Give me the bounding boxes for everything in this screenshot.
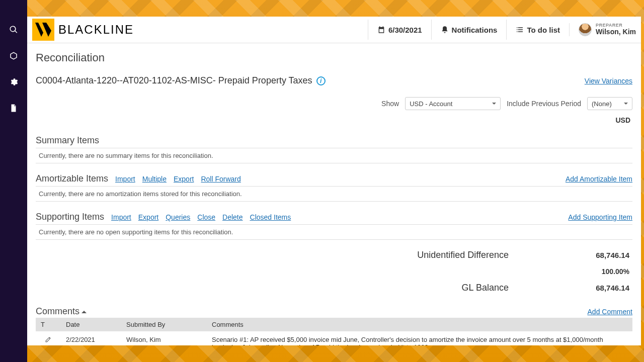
summary-empty: Currently, there are no summary items fo… <box>36 148 632 163</box>
supporting-heading: Supporting Items <box>36 212 104 222</box>
bell-icon <box>441 26 449 34</box>
currency-label: USD <box>36 116 632 124</box>
view-variances-link[interactable]: View Variances <box>585 77 632 85</box>
amortizable-heading: Amortizable Items <box>36 173 108 184</box>
account-name: C0004-Atlanta-1220--AT020-1102-AS-MISC- … <box>36 75 312 86</box>
supp-delete-link[interactable]: Delete <box>222 213 243 221</box>
info-icon[interactable]: i <box>316 76 326 85</box>
col-by: Submitted By <box>121 318 207 331</box>
comment-text: Scenario #1: AP received $5,000 invoice … <box>207 331 632 345</box>
todo-label: To do list <box>527 26 560 34</box>
supporting-empty: Currently, there are no open supporting … <box>36 224 632 240</box>
period-date-text: 6/30/2021 <box>388 26 422 34</box>
amort-export-link[interactable]: Export <box>174 175 194 183</box>
notifications-label: Notifications <box>452 26 498 34</box>
gl-balance-value: 68,746.14 <box>589 284 629 292</box>
main-panel: BLACKLINE 6/30/2021 Notifications To do … <box>27 17 641 345</box>
edit-icon[interactable] <box>45 336 52 343</box>
comments-table: T Date Submitted By Comments 2/22/2021 W… <box>36 318 632 345</box>
left-nav <box>0 0 27 362</box>
account-title: C0004-Atlanta-1220--AT020-1102-AS-MISC- … <box>36 75 326 86</box>
cube-icon[interactable] <box>9 51 18 60</box>
unid-diff-pct: 100.00% <box>36 267 629 276</box>
user-name: Wilson, Kim <box>596 28 636 36</box>
avatar <box>579 23 592 36</box>
col-t: T <box>36 318 61 331</box>
summary-heading: Summary Items <box>36 135 99 146</box>
calendar-icon <box>377 26 385 34</box>
supp-export-link[interactable]: Export <box>138 213 158 221</box>
comment-date: 2/22/2021 <box>61 331 121 345</box>
supp-close-link[interactable]: Close <box>197 213 215 221</box>
include-prev-label: Include Previous Period <box>507 100 581 108</box>
comment-by: Wilson, Kim <box>121 331 207 345</box>
supp-import-link[interactable]: Import <box>111 213 131 221</box>
notifications-button[interactable]: Notifications <box>431 20 507 40</box>
unid-diff-value: 68,746.14 <box>589 251 629 259</box>
unid-diff-label: Unidentified Difference <box>417 250 509 260</box>
gear-icon[interactable] <box>9 77 18 86</box>
show-select[interactable]: USD - Account <box>405 97 501 110</box>
comments-heading[interactable]: Comments <box>36 306 87 317</box>
chevron-up-icon <box>82 308 87 313</box>
page-title: Reconciliation <box>36 51 632 64</box>
user-menu[interactable]: PREPARER Wilson, Kim <box>569 23 636 36</box>
todo-button[interactable]: To do list <box>506 20 569 40</box>
include-prev-select[interactable]: (None) <box>587 97 632 110</box>
document-icon[interactable] <box>9 104 18 113</box>
show-label: Show <box>381 100 399 108</box>
amortizable-empty: Currently, there are no amortization ite… <box>36 186 632 202</box>
supp-queries-link[interactable]: Queries <box>166 213 190 221</box>
table-row: 2/22/2021 Wilson, Kim Scenario #1: AP re… <box>36 331 632 345</box>
gl-balance-label: GL Balance <box>462 283 509 293</box>
add-amortizable-link[interactable]: Add Amortizable Item <box>566 175 632 183</box>
amort-rollforward-link[interactable]: Roll Forward <box>201 175 240 183</box>
logo[interactable]: BLACKLINE <box>31 19 134 41</box>
col-text: Comments <box>207 318 632 331</box>
search-icon[interactable] <box>9 25 18 34</box>
add-comment-link[interactable]: Add Comment <box>588 308 632 316</box>
col-date: Date <box>61 318 121 331</box>
add-supporting-link[interactable]: Add Supporting Item <box>568 213 632 221</box>
logo-text: BLACKLINE <box>58 23 134 37</box>
period-date[interactable]: 6/30/2021 <box>368 20 431 40</box>
header-bar: BLACKLINE 6/30/2021 Notifications To do … <box>27 17 641 43</box>
supp-closeditems-link[interactable]: Closed Items <box>250 213 291 221</box>
amort-import-link[interactable]: Import <box>115 175 135 183</box>
amort-multiple-link[interactable]: Multiple <box>142 175 167 183</box>
list-check-icon <box>516 26 524 34</box>
logo-mark <box>32 19 54 41</box>
